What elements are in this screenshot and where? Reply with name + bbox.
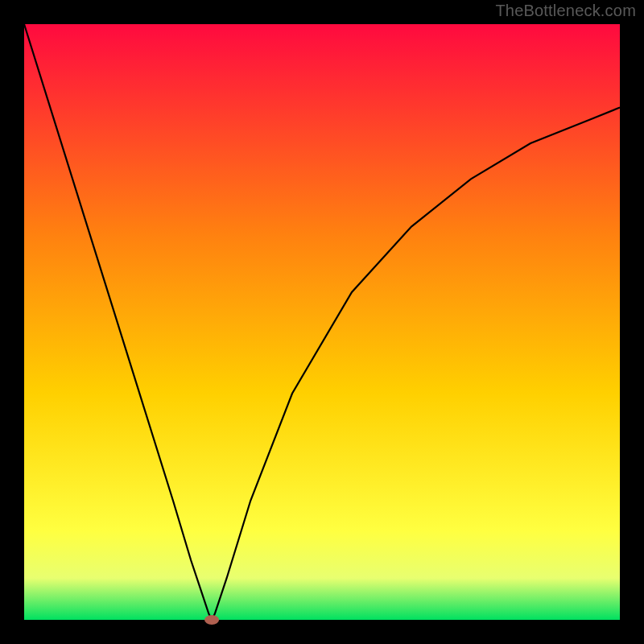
watermark-text: TheBottleneck.com <box>495 2 636 20</box>
plot-background <box>24 24 620 620</box>
chart-frame: TheBottleneck.com <box>0 0 644 644</box>
chart-svg <box>0 0 644 644</box>
minimum-marker <box>204 615 219 625</box>
